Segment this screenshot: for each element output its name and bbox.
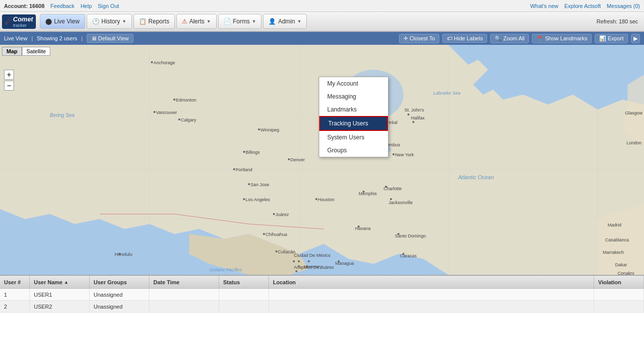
sub-bar-right: ✛ Closest To 🏷 Hide Labels 🔍 Zoom All 📍 … [399, 34, 640, 43]
history-chevron-icon: ▼ [122, 19, 127, 24]
export-icon: 📊 [599, 35, 606, 42]
svg-point-60 [412, 121, 414, 123]
svg-text:Ciudad De México: Ciudad De México [294, 253, 331, 258]
more-btn[interactable]: ▶ [631, 34, 640, 43]
default-view-icon: 🖥 [91, 35, 97, 41]
account-label: Account: 16608 [4, 3, 44, 9]
reports-btn[interactable]: 📋 Reports [133, 14, 175, 29]
svg-text:Dakar: Dakar [615, 262, 627, 267]
svg-text:Océano Pacífico: Océano Pacífico [209, 267, 242, 272]
zoom-all-label: Zoom All [503, 35, 524, 41]
zoom-out-btn[interactable]: − [4, 81, 14, 91]
svg-text:Los Angeles: Los Angeles [246, 197, 270, 202]
svg-text:Labrador Sea: Labrador Sea [433, 91, 461, 96]
row2-datetime [149, 301, 219, 312]
col-header-violation[interactable]: Violation [594, 276, 644, 288]
forms-btn[interactable]: 📄 Forms ▼ [218, 14, 262, 29]
landmarks-icon: 📍 [536, 35, 543, 42]
col-header-status[interactable]: Status [219, 276, 269, 288]
col-header-location[interactable]: Location [269, 276, 594, 288]
map-tab-satellite[interactable]: Satellite [22, 47, 50, 56]
whats-new-link[interactable]: What's new [530, 3, 558, 9]
svg-point-20 [258, 128, 260, 130]
table-row[interactable]: 2 USER2 Unassigned [0, 301, 644, 313]
col-header-num[interactable]: User # [0, 276, 30, 288]
svg-text:London: London [627, 140, 642, 145]
row1-violation [594, 289, 644, 300]
default-view-btn[interactable]: 🖥 Default View [87, 34, 133, 43]
explore-actsoft-link[interactable]: Explore Actsoft [564, 3, 601, 9]
svg-point-58 [407, 113, 409, 115]
dropdown-item-landmarks[interactable]: Landmarks [319, 103, 388, 116]
svg-point-26 [248, 183, 250, 185]
zoom-all-btn[interactable]: 🔍 Zoom All [490, 34, 529, 43]
alerts-btn[interactable]: ⚠ Alerts ▼ [176, 14, 217, 29]
col-header-datetime[interactable]: Date Time [149, 276, 219, 288]
dropdown-item-groups[interactable]: Groups [319, 144, 388, 157]
dropdown-item-messaging[interactable]: Messaging [319, 90, 388, 103]
forms-label: Forms [233, 18, 250, 25]
admin-btn[interactable]: 👤 Admin ▼ [263, 14, 307, 29]
closest-to-btn[interactable]: ✛ Closest To [399, 34, 439, 43]
svg-text:Billings: Billings [246, 150, 260, 155]
table-row[interactable]: 1 USER1 Unassigned [0, 289, 644, 301]
svg-point-18 [178, 118, 180, 120]
zoom-in-btn[interactable]: + [4, 70, 14, 80]
live-view-btn[interactable]: ⬤ Live View [40, 14, 85, 29]
forms-icon: 📄 [224, 18, 231, 25]
svg-text:Conakry: Conakry [618, 271, 635, 275]
row2-status [219, 301, 269, 312]
svg-text:Atlantic Ocean: Atlantic Ocean [458, 174, 494, 180]
svg-point-40 [298, 260, 300, 262]
row2-username: USER2 [30, 301, 90, 312]
col-header-usergroups[interactable]: User Groups [90, 276, 149, 288]
table-header: User # User Name ▲ User Groups Date Time… [0, 276, 644, 289]
table-area: User # User Name ▲ User Groups Date Time… [0, 275, 644, 313]
svg-text:Edmonton: Edmonton [176, 98, 196, 103]
help-link[interactable]: Help [81, 3, 92, 9]
top-bar: Account: 16608 Feedback Help Sign Out Wh… [0, 0, 644, 12]
messages-badge[interactable]: Messages (0) [607, 3, 640, 9]
svg-text:Jacksonville: Jacksonville [388, 200, 413, 205]
col-header-username[interactable]: User Name ▲ [30, 276, 90, 288]
row1-username: USER1 [30, 289, 90, 300]
dropdown-item-my-account[interactable]: My Account [319, 77, 388, 90]
closest-to-label: Closest To [409, 35, 435, 41]
signout-link[interactable]: Sign Out [98, 3, 119, 9]
more-icon: ▶ [634, 35, 638, 42]
map-tab-map[interactable]: Map [2, 47, 22, 56]
svg-point-28 [243, 198, 245, 200]
history-label: History [102, 18, 120, 25]
row1-usergroups: Unassigned [90, 289, 149, 300]
map-controls: + − [4, 70, 14, 91]
svg-text:Managua: Managua [335, 261, 354, 266]
svg-point-46 [308, 260, 310, 262]
closest-to-icon: ✛ [403, 35, 408, 42]
map-container[interactable]: Anchorage Vancouver Edmonton Calgary Win… [0, 45, 644, 275]
table-body: 1 USER1 Unassigned 2 USER2 Unassigned [0, 289, 644, 313]
svg-text:Charlotte: Charlotte [384, 186, 402, 191]
username-sort-icon: ▲ [64, 280, 68, 285]
svg-point-54 [392, 153, 394, 155]
svg-point-24 [233, 168, 235, 170]
svg-text:Casablanca: Casablanca [605, 237, 629, 242]
history-icon: 🕐 [92, 18, 100, 25]
row1-datetime [149, 289, 219, 300]
forms-chevron-icon: ▼ [252, 19, 257, 24]
svg-text:Honolulu: Honolulu [115, 252, 132, 257]
logo[interactable]: ☄ Comet tracker [2, 14, 36, 29]
svg-point-32 [263, 233, 265, 235]
alerts-icon: ⚠ [182, 18, 187, 25]
show-landmarks-btn[interactable]: 📍 Show Landmarks [532, 34, 592, 43]
dropdown-item-system-users[interactable]: System Users [319, 131, 388, 144]
row2-usergroups: Unassigned [90, 301, 149, 312]
alerts-label: Alerts [189, 18, 205, 25]
dropdown-item-tracking-users[interactable]: Tracking Users [319, 116, 388, 131]
svg-text:Havana: Havana [355, 226, 371, 231]
export-btn[interactable]: 📊 Export [595, 34, 628, 43]
feedback-link[interactable]: Feedback [50, 3, 74, 9]
hide-labels-btn[interactable]: 🏷 Hide Labels [442, 34, 487, 43]
logo-comet-text: Comet [13, 15, 33, 23]
history-btn[interactable]: 🕐 History ▼ [87, 14, 132, 29]
svg-text:Denver: Denver [290, 157, 305, 162]
